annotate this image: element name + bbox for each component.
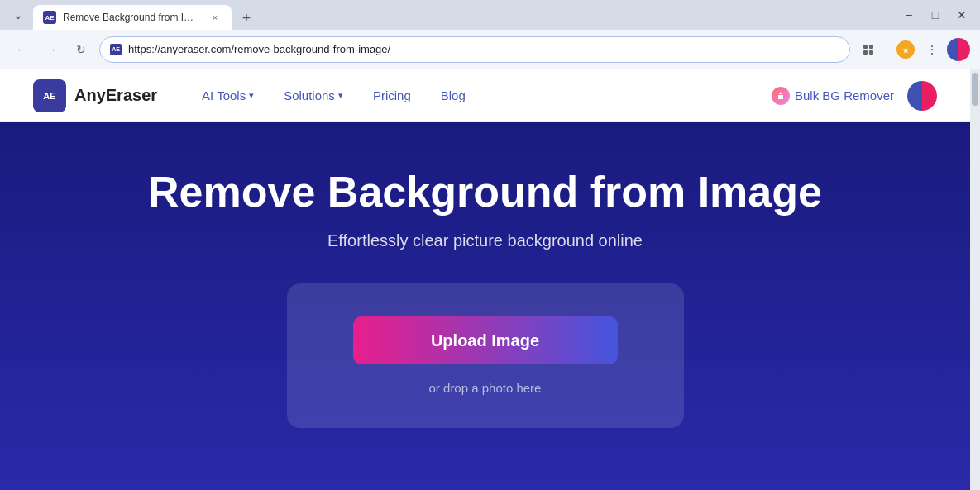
extensions-button[interactable] — [857, 38, 880, 61]
bulk-bg-button[interactable]: Bulk BG Remover — [772, 87, 894, 105]
site-logo[interactable]: AE AnyEraser — [33, 79, 157, 112]
upload-button[interactable]: Upload Image — [353, 316, 618, 364]
tab-close-button[interactable]: × — [208, 11, 222, 24]
address-favicon: AE — [110, 44, 122, 55]
svg-rect-1 — [869, 45, 873, 49]
extensions-area: ★ ⋮ — [887, 38, 944, 61]
scrollbar-thumb[interactable] — [972, 73, 978, 106]
drop-text: or drop a photo here — [429, 381, 542, 395]
site-nav-right: Bulk BG Remover — [772, 81, 937, 111]
site-header: AE AnyEraser AI Tools ▾ Solutions ▾ Pric… — [0, 69, 970, 122]
browser-frame: ⌄ AE Remove Background from Ima… × + − □… — [0, 0, 980, 490]
bulk-bg-icon — [772, 87, 790, 105]
hero-subtitle: Effortlessly clear picture background on… — [327, 231, 643, 250]
profile-icon[interactable] — [947, 38, 970, 61]
svg-rect-3 — [869, 50, 873, 55]
back-button[interactable]: ← — [10, 38, 33, 61]
browser-content-wrapper: AE AnyEraser AI Tools ▾ Solutions ▾ Pric… — [0, 69, 980, 490]
scrollbar[interactable] — [970, 69, 980, 490]
svg-rect-2 — [863, 50, 868, 55]
address-text: https://anyeraser.com/remove-background-… — [128, 43, 839, 55]
forward-button[interactable]: → — [40, 38, 63, 61]
svg-text:★: ★ — [902, 46, 910, 55]
new-tab-button[interactable]: + — [235, 7, 258, 30]
more-button[interactable]: ⋮ — [920, 38, 944, 61]
close-button[interactable]: ✕ — [950, 3, 973, 26]
window-controls: − □ ✕ — [897, 3, 973, 26]
nav-solutions[interactable]: Solutions ▾ — [272, 82, 355, 109]
bulk-bg-label: Bulk BG Remover — [795, 88, 894, 102]
solutions-chevron: ▾ — [338, 90, 343, 101]
extension-icon-1[interactable]: ★ — [894, 38, 917, 61]
nav-pricing[interactable]: Pricing — [361, 82, 423, 109]
hero-section: Remove Background from Image Effortlessl… — [0, 122, 970, 490]
title-bar: ⌄ AE Remove Background from Ima… × + − □… — [0, 0, 980, 30]
site-nav: AI Tools ▾ Solutions ▾ Pricing Blog — [190, 82, 772, 109]
tab-favicon: AE — [43, 11, 56, 24]
svg-rect-0 — [863, 45, 868, 49]
active-tab[interactable]: AE Remove Background from Ima… × — [33, 5, 232, 30]
maximize-button[interactable]: □ — [924, 3, 947, 26]
ai-tools-chevron: ▾ — [249, 90, 254, 101]
upload-card: Upload Image or drop a photo here — [287, 283, 684, 428]
hero-title: Remove Background from Image — [148, 168, 822, 217]
reload-button[interactable]: ↻ — [69, 38, 93, 61]
tab-list-button[interactable]: ⌄ — [7, 3, 30, 26]
minimize-button[interactable]: − — [897, 3, 920, 26]
nav-ai-tools[interactable]: AI Tools ▾ — [190, 82, 265, 109]
nav-blog[interactable]: Blog — [429, 82, 477, 109]
user-avatar[interactable] — [907, 81, 937, 111]
logo-name: AnyEraser — [74, 86, 157, 105]
address-bar[interactable]: AE https://anyeraser.com/remove-backgrou… — [99, 36, 850, 63]
website: AE AnyEraser AI Tools ▾ Solutions ▾ Pric… — [0, 69, 970, 490]
browser-actions: ★ ⋮ — [857, 38, 970, 61]
tab-title: Remove Background from Ima… — [63, 12, 202, 23]
logo-icon: AE — [33, 79, 66, 112]
tab-bar-area: AE Remove Background from Ima… × + — [33, 0, 894, 30]
nav-bar: ← → ↻ AE https://anyeraser.com/remove-ba… — [0, 30, 980, 69]
